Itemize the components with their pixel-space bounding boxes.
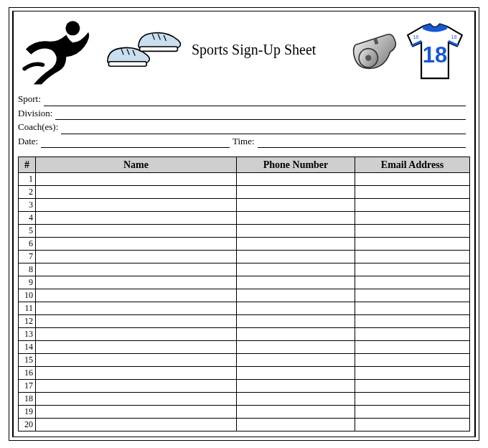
cell-email[interactable] xyxy=(355,225,470,238)
cell-name[interactable] xyxy=(36,186,237,199)
svg-text:18: 18 xyxy=(413,34,419,39)
coaches-blank[interactable] xyxy=(61,124,466,134)
cell-name[interactable] xyxy=(36,302,237,315)
cell-name[interactable] xyxy=(36,238,237,251)
table-row: 10 xyxy=(19,289,470,302)
signup-table-wrap: # Name Phone Number Email Address 123456… xyxy=(14,151,474,431)
cell-name[interactable] xyxy=(36,419,237,431)
cell-email[interactable] xyxy=(355,251,470,263)
svg-rect-1 xyxy=(108,62,146,66)
cell-name[interactable] xyxy=(36,315,237,328)
row-number: 11 xyxy=(19,302,36,315)
cell-email[interactable] xyxy=(355,173,470,186)
cell-email[interactable] xyxy=(355,212,470,225)
cell-phone[interactable] xyxy=(237,315,355,328)
cell-name[interactable] xyxy=(36,251,237,263)
row-number: 17 xyxy=(19,380,36,393)
page-border: Sports Sign-Up Sheet xyxy=(9,7,479,441)
cell-name[interactable] xyxy=(36,380,237,393)
form-fields: Sport: Division: Coach(es): Date: Time: xyxy=(14,92,474,151)
cell-phone[interactable] xyxy=(237,251,355,263)
cell-phone[interactable] xyxy=(237,367,355,380)
table-row: 13 xyxy=(19,328,470,341)
cell-email[interactable] xyxy=(355,419,470,431)
cell-email[interactable] xyxy=(355,238,470,251)
svg-point-0 xyxy=(65,21,80,35)
time-blank[interactable] xyxy=(258,138,466,148)
cell-phone[interactable] xyxy=(237,380,355,393)
table-header-row: # Name Phone Number Email Address xyxy=(19,157,470,173)
cell-name[interactable] xyxy=(36,328,237,341)
cell-email[interactable] xyxy=(355,289,470,302)
field-coaches: Coach(es): xyxy=(18,120,466,134)
cell-phone[interactable] xyxy=(237,406,355,419)
svg-text:18: 18 xyxy=(451,34,457,39)
cell-email[interactable] xyxy=(355,276,470,289)
cell-phone[interactable] xyxy=(237,263,355,276)
col-email-header: Email Address xyxy=(355,157,470,173)
sheet-inner: Sports Sign-Up Sheet xyxy=(12,11,476,437)
cell-name[interactable] xyxy=(36,341,237,354)
cell-name[interactable] xyxy=(36,263,237,276)
cell-name[interactable] xyxy=(36,354,237,367)
whistle-icon xyxy=(341,27,400,78)
cell-phone[interactable] xyxy=(237,186,355,199)
cell-email[interactable] xyxy=(355,315,470,328)
cell-phone[interactable] xyxy=(237,419,355,431)
table-row: 3 xyxy=(19,199,470,212)
sheet-title: Sports Sign-Up Sheet xyxy=(192,42,316,64)
cell-phone[interactable] xyxy=(237,354,355,367)
cell-phone[interactable] xyxy=(237,173,355,186)
sport-blank[interactable] xyxy=(44,96,466,106)
table-row: 4 xyxy=(19,212,470,225)
cell-name[interactable] xyxy=(36,173,237,186)
division-blank[interactable] xyxy=(55,110,466,120)
cell-email[interactable] xyxy=(355,328,470,341)
cell-email[interactable] xyxy=(355,186,470,199)
cell-phone[interactable] xyxy=(237,238,355,251)
row-number: 3 xyxy=(19,199,36,212)
cell-email[interactable] xyxy=(355,302,470,315)
row-number: 7 xyxy=(19,251,36,263)
table-row: 20 xyxy=(19,419,470,431)
cell-phone[interactable] xyxy=(237,328,355,341)
cell-name[interactable] xyxy=(36,276,237,289)
cell-name[interactable] xyxy=(36,367,237,380)
coaches-label: Coach(es): xyxy=(18,120,58,134)
signup-table: # Name Phone Number Email Address 123456… xyxy=(18,157,470,431)
cell-phone[interactable] xyxy=(237,212,355,225)
row-number: 18 xyxy=(19,393,36,406)
cell-name[interactable] xyxy=(36,393,237,406)
date-blank[interactable] xyxy=(41,138,230,148)
cell-name[interactable] xyxy=(36,212,237,225)
cell-email[interactable] xyxy=(355,263,470,276)
table-row: 5 xyxy=(19,225,470,238)
cell-phone[interactable] xyxy=(237,225,355,238)
cell-name[interactable] xyxy=(36,406,237,419)
table-row: 15 xyxy=(19,354,470,367)
cell-email[interactable] xyxy=(355,393,470,406)
cell-email[interactable] xyxy=(355,406,470,419)
cell-email[interactable] xyxy=(355,367,470,380)
cell-email[interactable] xyxy=(355,354,470,367)
cell-email[interactable] xyxy=(355,380,470,393)
row-number: 9 xyxy=(19,276,36,289)
cell-phone[interactable] xyxy=(237,341,355,354)
row-number: 8 xyxy=(19,263,36,276)
cell-phone[interactable] xyxy=(237,289,355,302)
row-number: 14 xyxy=(19,341,36,354)
cell-phone[interactable] xyxy=(237,276,355,289)
sport-label: Sport: xyxy=(18,92,41,106)
cell-name[interactable] xyxy=(36,225,237,238)
jersey-number-svg: 18 xyxy=(423,42,447,67)
cell-phone[interactable] xyxy=(237,393,355,406)
field-date-time: Date: Time: xyxy=(18,134,466,149)
date-label: Date: xyxy=(18,134,38,149)
cell-name[interactable] xyxy=(36,199,237,212)
cell-name[interactable] xyxy=(36,289,237,302)
cell-email[interactable] xyxy=(355,341,470,354)
cell-phone[interactable] xyxy=(237,302,355,315)
table-row: 1 xyxy=(19,173,470,186)
cell-phone[interactable] xyxy=(237,199,355,212)
cell-email[interactable] xyxy=(355,199,470,212)
